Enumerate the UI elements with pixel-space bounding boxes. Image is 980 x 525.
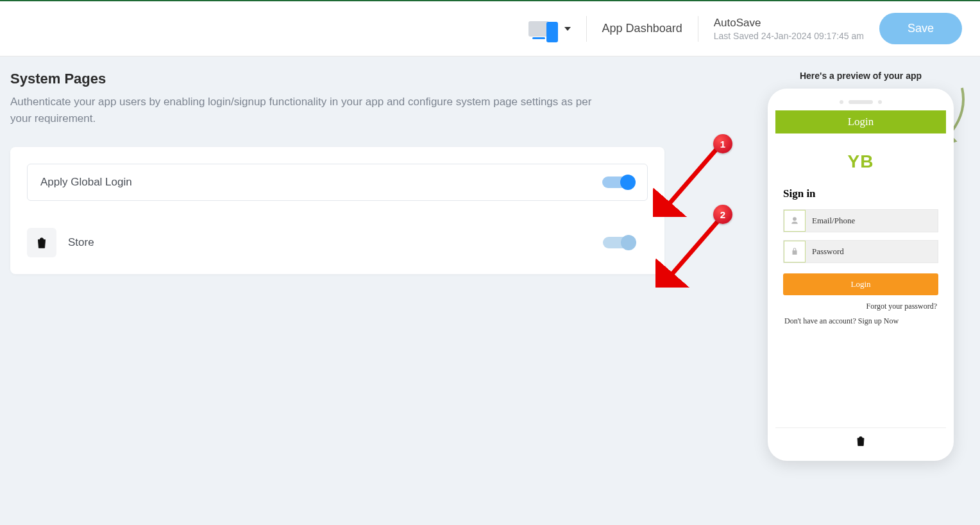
preview-signup-text: Don't have an account? — [784, 316, 858, 325]
autosave-status: AutoSave Last Saved 24-Jan-2024 09:17:45… — [714, 17, 864, 41]
toggle-knob — [620, 175, 636, 190]
preview-caption: Here's a preview of your app — [800, 71, 922, 81]
annotation-badge-1: 1 — [713, 134, 732, 153]
preview-signin-heading: Sign in — [775, 184, 946, 209]
phone-frame: Login YB Sign in Login Forgot your passw… — [768, 89, 954, 461]
store-icon — [27, 228, 56, 257]
page-description: Authenticate your app users by enabling … — [10, 94, 613, 126]
desktop-icon — [528, 21, 549, 37]
preview-signup-row: Don't have an account? Sign up Now — [784, 316, 937, 326]
topbar: App Dashboard AutoSave Last Saved 24-Jan… — [0, 0, 980, 56]
autosave-timestamp: Last Saved 24-Jan-2024 09:17:45 am — [714, 31, 864, 41]
device-switcher[interactable] — [528, 15, 571, 42]
store-toggle[interactable] — [603, 237, 635, 248]
preview-email-input[interactable] — [806, 210, 938, 232]
preview-bottom-nav — [775, 427, 946, 453]
preview-password-input[interactable] — [806, 241, 938, 262]
chevron-down-icon — [564, 27, 571, 31]
global-login-row: Apply Global Login — [27, 164, 648, 201]
lock-icon — [784, 241, 806, 262]
store-left: Store — [27, 228, 94, 257]
bag-icon — [35, 236, 49, 250]
store-row: Store — [27, 228, 648, 257]
app-dashboard-link[interactable]: App Dashboard — [602, 22, 682, 35]
preview-forgot-link[interactable]: Forgot your password? — [784, 302, 937, 311]
preview-login-button[interactable]: Login — [783, 273, 938, 295]
preview-password-field[interactable] — [783, 240, 938, 263]
phone-speaker — [775, 100, 946, 104]
bag-icon[interactable] — [854, 435, 867, 447]
annotation-badge-2: 2 — [713, 205, 732, 224]
preview-header: Login — [775, 110, 946, 133]
save-button[interactable]: Save — [879, 13, 962, 44]
autosave-title: AutoSave — [714, 17, 864, 30]
preview-signup-link[interactable]: Sign up Now — [858, 316, 899, 325]
global-login-label: Apply Global Login — [40, 176, 132, 189]
global-login-toggle[interactable] — [602, 176, 634, 188]
divider — [698, 16, 698, 42]
phone-icon — [546, 22, 558, 42]
preview-logo: YB — [775, 133, 946, 184]
store-label: Store — [68, 236, 94, 249]
settings-card: Apply Global Login Store — [10, 147, 664, 274]
user-icon — [784, 210, 806, 232]
phone-screen: Login YB Sign in Login Forgot your passw… — [775, 110, 946, 453]
toggle-knob — [621, 235, 636, 250]
divider — [586, 16, 587, 42]
preview-area: Here's a preview of your app Login YB Si… — [758, 71, 963, 461]
preview-email-field[interactable] — [783, 209, 938, 232]
